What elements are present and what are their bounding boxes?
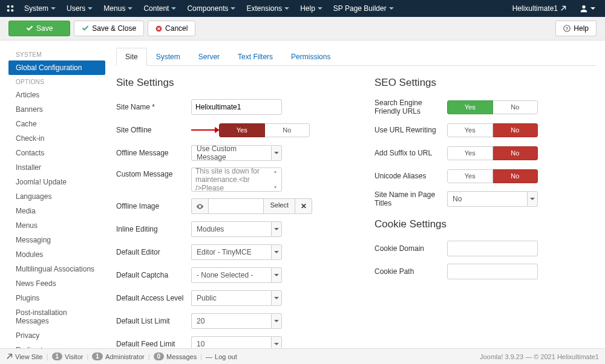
messages-counter[interactable]: 0Messages (154, 353, 197, 360)
sef-yes[interactable]: Yes (447, 100, 493, 114)
menu-menus[interactable]: Menus (99, 1, 137, 16)
caret-down-icon (128, 7, 132, 10)
view-site-link[interactable]: View Site (6, 353, 43, 360)
tab-permissions[interactable]: Permissions (282, 48, 339, 65)
default-captcha-select[interactable]: - None Selected - (191, 267, 271, 283)
sidebar-item[interactable]: Installer (8, 160, 105, 175)
offline-image-select-button[interactable]: Select (263, 198, 295, 214)
suffix-no[interactable]: No (493, 146, 538, 160)
cancel-button[interactable]: Cancel (148, 21, 195, 36)
offline-image-label: Offline Image (116, 202, 191, 210)
cookie-path-input[interactable] (447, 264, 538, 279)
rewrite-no[interactable]: No (493, 123, 538, 137)
menu-components[interactable]: Components (182, 1, 240, 16)
offline-image-clear-button[interactable]: ✕ (295, 198, 312, 214)
cookie-domain-label: Cookie Domain (374, 244, 447, 253)
select-caret[interactable] (527, 191, 538, 207)
sidebar-item[interactable]: Media (8, 204, 105, 218)
logout-link[interactable]: — Log out (206, 353, 237, 360)
cancel-icon (155, 25, 162, 32)
save-close-button[interactable]: Save & Close (74, 21, 144, 36)
preview-eye-icon[interactable] (191, 198, 208, 214)
sef-no[interactable]: No (493, 100, 538, 114)
suffix-toggle: Yes No (447, 146, 538, 160)
sidebar-item[interactable]: Messaging (8, 233, 105, 247)
caret-down-icon (590, 7, 595, 10)
offline-image-input[interactable] (208, 198, 263, 214)
action-bar: Save Save & Close Cancel ? Help (0, 17, 605, 41)
custom-message-label: Custom Message (116, 167, 191, 178)
status-bar: View Site | 1Visitor | 1Administrator | … (0, 348, 605, 364)
sidebar-item[interactable]: Articles (8, 88, 105, 102)
caret-down-icon (274, 343, 279, 345)
sidebar-item[interactable]: Check-in (8, 131, 105, 146)
menu-users[interactable]: Users (62, 1, 97, 16)
caret-down-icon (530, 198, 535, 200)
select-caret[interactable] (271, 244, 282, 260)
user-menu[interactable] (575, 1, 600, 16)
sidebar-item[interactable]: Post-installation Messages (8, 305, 105, 328)
default-editor-select[interactable]: Editor - TinyMCE (191, 244, 271, 260)
sidebar-item[interactable]: Multilingual Associations (8, 262, 105, 276)
offline-message-caret[interactable] (271, 145, 282, 161)
rewrite-yes[interactable]: Yes (447, 123, 493, 137)
caret-down-icon (274, 297, 279, 299)
visitors-counter[interactable]: 1Visitor (52, 353, 83, 360)
sidebar-global-config[interactable]: Global Configuration (8, 60, 105, 75)
topbar-menu-list: System Users Menus Content Components Ex… (19, 1, 399, 16)
sidebar-item[interactable]: Modules (8, 247, 105, 262)
help-icon: ? (563, 25, 571, 32)
svg-point-2 (7, 9, 10, 11)
footer-version: Joomla! 3.9.23 — © 2021 Helixultimate1 (480, 353, 599, 360)
inline-editing-label: Inline Editing (116, 225, 191, 233)
content-area: Site System Server Text Filters Permissi… (116, 48, 597, 364)
menu-extensions[interactable]: Extensions (241, 1, 294, 16)
caret-down-icon (231, 7, 235, 10)
select-caret[interactable] (271, 267, 282, 283)
custom-message-textarea[interactable]: This site is down for maintenance.<br />… (191, 167, 282, 192)
sidebar-item[interactable]: Languages (8, 189, 105, 204)
sidebar-item[interactable]: Plugins (8, 291, 105, 305)
default-captcha-label: Default Captcha (116, 271, 191, 279)
sidebar-item[interactable]: Menus (8, 218, 105, 233)
default-access-select[interactable]: Public (191, 290, 271, 306)
select-caret[interactable] (271, 221, 282, 237)
sidebar-item[interactable]: Contacts (8, 146, 105, 160)
tab-server[interactable]: Server (189, 48, 229, 65)
save-button[interactable]: Save (8, 21, 70, 36)
site-link[interactable]: Helixultimate1 (508, 1, 571, 16)
default-editor-label: Default Editor (116, 248, 191, 256)
sidebar-item[interactable]: Joomla! Update (8, 175, 105, 189)
admins-counter[interactable]: 1Administrator (92, 353, 144, 360)
sidebar-item[interactable]: News Feeds (8, 276, 105, 291)
pagename-select[interactable]: No (447, 191, 527, 207)
menu-content[interactable]: Content (139, 1, 181, 16)
tab-text-filters[interactable]: Text Filters (229, 48, 282, 65)
offline-message-select[interactable]: Use Custom Message (191, 145, 271, 161)
select-caret[interactable] (271, 290, 282, 306)
sidebar-item[interactable]: Banners (8, 102, 105, 117)
menu-system[interactable]: System (19, 1, 60, 16)
suffix-yes[interactable]: Yes (447, 146, 493, 160)
site-offline-no[interactable]: No (265, 123, 310, 137)
rewrite-label: Use URL Rewriting (374, 126, 447, 134)
cookie-domain-input[interactable] (447, 241, 538, 256)
menu-sppagebuilder[interactable]: SP Page Builder (329, 1, 399, 16)
apply-icon (26, 25, 33, 32)
tab-site[interactable]: Site (116, 48, 147, 66)
inline-editing-select[interactable]: Modules (191, 221, 271, 237)
help-button[interactable]: ? Help (555, 21, 597, 36)
unicode-no[interactable]: No (493, 169, 538, 183)
sidebar-item[interactable]: Cache (8, 117, 105, 131)
default-list-limit-select[interactable]: 20 (191, 313, 271, 329)
site-offline-yes[interactable]: Yes (219, 123, 265, 137)
external-link-icon (6, 353, 13, 360)
caret-down-icon (284, 7, 289, 10)
select-caret[interactable] (271, 313, 282, 329)
site-name-input[interactable] (191, 99, 282, 115)
caret-down-icon (318, 7, 322, 10)
menu-help[interactable]: Help (295, 1, 327, 16)
sidebar-item[interactable]: Privacy (8, 328, 105, 343)
unicode-yes[interactable]: Yes (447, 169, 493, 183)
tab-system[interactable]: System (147, 48, 189, 65)
